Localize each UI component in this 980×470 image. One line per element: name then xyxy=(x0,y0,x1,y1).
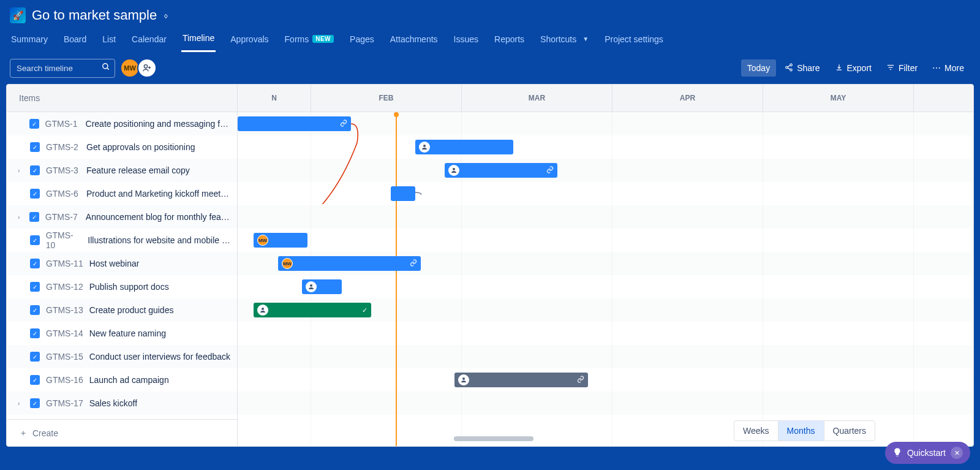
plus-icon: ＋ xyxy=(19,428,28,439)
issue-type-icon: ✓ xyxy=(29,212,39,222)
search-input[interactable] xyxy=(10,59,115,78)
issue-type-icon: ✓ xyxy=(29,119,39,129)
more-icon: ⋯ xyxy=(932,63,941,73)
tab-calendar[interactable]: Calendar xyxy=(130,31,168,51)
link-icon xyxy=(577,376,584,385)
create-button[interactable]: ＋ Create xyxy=(7,419,237,446)
issue-key: GTMS-17 xyxy=(46,398,83,408)
timeline-bar[interactable] xyxy=(415,140,513,154)
issue-key: GTMS-2 xyxy=(46,142,80,152)
issue-key: GTMS-14 xyxy=(46,328,83,338)
horizontal-scrollbar[interactable] xyxy=(454,436,533,441)
issue-row[interactable]: › ✓ GTMS-7 Announcement blog for monthly… xyxy=(7,205,237,229)
issue-row[interactable]: ✓ GTMS-6 Product and Marketing kickoff m… xyxy=(7,182,237,205)
edit-icon[interactable]: ⬨ xyxy=(163,10,169,21)
issue-type-icon: ✓ xyxy=(30,282,40,292)
tab-attachments[interactable]: Attachments xyxy=(389,31,439,51)
chevron-down-icon: ▼ xyxy=(582,36,589,42)
assignee-icon xyxy=(448,165,459,176)
svg-point-2 xyxy=(144,65,147,68)
issue-key: GTMS-13 xyxy=(46,305,83,315)
issue-key: GTMS-15 xyxy=(46,352,83,362)
timeline-bar[interactable] xyxy=(454,373,588,387)
new-badge: NEW xyxy=(312,35,334,43)
svg-point-7 xyxy=(790,69,793,71)
issue-summary: Launch ad campaign xyxy=(89,375,169,385)
project-title: Go to market sample xyxy=(32,7,157,23)
month-header: APR xyxy=(612,85,763,112)
tab-shortcuts[interactable]: Shortcuts▼ xyxy=(539,31,590,51)
today-marker xyxy=(396,112,397,446)
zoom-months[interactable]: Months xyxy=(778,421,824,441)
svg-point-13 xyxy=(423,145,426,147)
filter-button[interactable]: Filter xyxy=(880,59,924,77)
month-header: MAR xyxy=(462,85,612,112)
issue-row[interactable]: ✓ GTMS-13 Create product guides xyxy=(7,298,237,322)
zoom-control: Weeks Months Quarters xyxy=(734,420,875,441)
timeline-bar[interactable]: MW xyxy=(254,233,307,248)
issue-summary: Announcement blog for monthly feature u.… xyxy=(86,212,231,222)
tab-forms[interactable]: FormsNEW xyxy=(284,31,336,51)
issue-row[interactable]: ✓ GTMS-16 Launch ad campaign xyxy=(7,368,237,392)
tab-pages[interactable]: Pages xyxy=(349,31,375,51)
zoom-quarters[interactable]: Quarters xyxy=(824,421,875,441)
issue-type-icon: ✓ xyxy=(30,259,40,268)
svg-point-16 xyxy=(262,308,264,310)
tab-project-settings[interactable]: Project settings xyxy=(603,31,665,51)
assignee-icon xyxy=(458,374,469,385)
issue-type-icon: ✓ xyxy=(30,305,40,315)
export-button[interactable]: Export xyxy=(829,59,878,77)
issue-row[interactable]: ✓ GTMS-14 New feature naming xyxy=(7,322,237,345)
today-button[interactable]: Today xyxy=(741,59,776,77)
issue-summary: New feature naming xyxy=(89,328,166,338)
timeline-bar[interactable] xyxy=(391,186,415,201)
svg-line-8 xyxy=(788,65,790,66)
quickstart-button[interactable]: Quickstart ✕ xyxy=(885,442,970,464)
issue-key: GTMS-1 xyxy=(45,119,80,129)
issue-row[interactable]: ✓ GTMS-12 Publish support docs xyxy=(7,275,237,298)
share-button[interactable]: Share xyxy=(778,59,826,77)
issue-row[interactable]: › ✓ GTMS-3 Feature release email copy xyxy=(7,159,237,182)
tab-board[interactable]: Board xyxy=(62,31,88,51)
expand-icon[interactable]: › xyxy=(18,214,23,221)
tab-summary[interactable]: Summary xyxy=(10,31,49,51)
timeline-bar[interactable] xyxy=(302,279,342,294)
issue-type-icon: ✓ xyxy=(30,375,40,385)
add-people-button[interactable] xyxy=(137,58,157,78)
zoom-weeks[interactable]: Weeks xyxy=(734,421,778,441)
filter-icon xyxy=(886,63,895,74)
tab-list[interactable]: List xyxy=(101,31,117,51)
issue-row[interactable]: › ✓ GTMS-17 Sales kickoff xyxy=(7,392,237,415)
issue-summary: Create positioning and messaging for new… xyxy=(86,119,231,129)
issue-row[interactable]: ✓ GTMS-15 Conduct user interviews for fe… xyxy=(7,345,237,368)
timeline-bar[interactable] xyxy=(238,116,351,131)
issue-summary: Create product guides xyxy=(89,305,174,315)
timeline-bar[interactable]: ✓ xyxy=(254,303,371,317)
tab-issues[interactable]: Issues xyxy=(453,31,480,51)
check-icon: ✓ xyxy=(362,306,368,314)
expand-icon[interactable]: › xyxy=(18,167,24,174)
issue-row[interactable]: ✓ GTMS-10 Illustrations for website and … xyxy=(7,229,237,252)
close-icon[interactable]: ✕ xyxy=(951,447,963,459)
month-header: MAY xyxy=(763,85,914,112)
issue-row[interactable]: ✓ GTMS-11 Host webinar xyxy=(7,252,237,275)
timeline-bar[interactable] xyxy=(445,163,557,178)
tab-approvals[interactable]: Approvals xyxy=(229,31,270,51)
issue-type-icon: ✓ xyxy=(30,189,40,199)
timeline-bar[interactable]: MW xyxy=(278,256,421,271)
share-icon xyxy=(785,63,793,74)
issue-key: GTMS-6 xyxy=(46,189,80,199)
issue-type-icon: ✓ xyxy=(30,398,40,408)
link-icon xyxy=(410,259,417,268)
svg-line-1 xyxy=(107,67,109,69)
issue-row[interactable]: ✓ GTMS-2 Get approvals on positioning xyxy=(7,135,237,159)
issue-summary: Feature release email copy xyxy=(86,165,190,175)
expand-icon[interactable]: › xyxy=(18,400,24,407)
issue-row[interactable]: ✓ GTMS-1 Create positioning and messagin… xyxy=(7,112,237,135)
issue-key: GTMS-16 xyxy=(46,375,83,385)
svg-point-6 xyxy=(786,66,788,69)
tab-reports[interactable]: Reports xyxy=(493,31,526,51)
more-button[interactable]: ⋯More xyxy=(926,59,970,77)
link-icon xyxy=(340,119,347,129)
tab-timeline[interactable]: Timeline xyxy=(181,29,216,52)
